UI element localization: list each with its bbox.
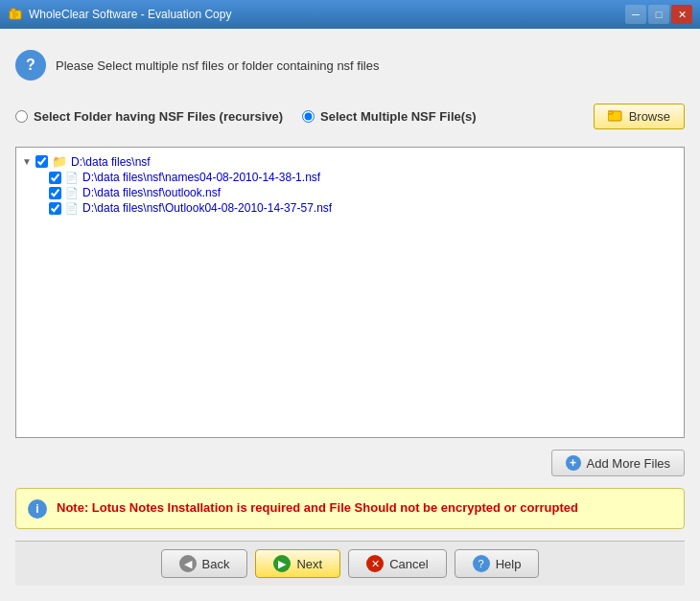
tree-child-label-1: D:\data files\nsf\names04-08-2010-14-38-… xyxy=(82,171,320,184)
file-icon-3: 📄 xyxy=(65,202,79,215)
tree-root-label: D:\data files\nsf xyxy=(71,155,151,169)
radio-row: Select Folder having NSF Files (recursiv… xyxy=(15,98,685,135)
close-button[interactable]: ✕ xyxy=(671,5,692,24)
next-button[interactable]: ▶ Next xyxy=(255,549,340,578)
bottom-bar: ◀ Back ▶ Next ✕ Cancel ? Help xyxy=(15,541,685,586)
next-icon: ▶ xyxy=(273,555,291,572)
title-bar-left: WholeClear Software - Evaluation Copy xyxy=(8,7,231,22)
file-icon-2: 📄 xyxy=(65,187,79,199)
minimize-button[interactable]: ─ xyxy=(625,5,646,24)
header-text: Please Select multiple nsf files or fold… xyxy=(56,58,379,73)
title-bar: WholeClear Software - Evaluation Copy ─ … xyxy=(0,0,700,29)
browse-icon xyxy=(608,108,623,125)
app-icon xyxy=(8,7,23,22)
radio-multiple-text: Select Multiple NSF File(s) xyxy=(320,109,477,124)
window-body: ? Please Select multiple nsf files or fo… xyxy=(0,29,700,601)
note-text: Note: Lotus Notes Installation is requir… xyxy=(57,498,578,518)
tree-root-item: ▼ 📁 D:\data files\nsf xyxy=(20,153,680,170)
add-more-files-button[interactable]: + Add More Files xyxy=(551,450,685,476)
cancel-button[interactable]: ✕ Cancel xyxy=(348,549,446,578)
tree-child-item: 📄 D:\data files\nsf\Outlook04-08-2010-14… xyxy=(20,200,680,216)
window-title: WholeClear Software - Evaluation Copy xyxy=(29,8,231,21)
back-icon: ◀ xyxy=(179,555,197,572)
tree-child-label-2: D:\data files\nsf\outlook.nsf xyxy=(82,186,221,199)
svg-rect-1 xyxy=(12,9,15,12)
radio-multiple[interactable] xyxy=(302,110,315,123)
header-question-icon: ? xyxy=(15,50,46,81)
folder-icon: 📁 xyxy=(52,154,67,169)
browse-button[interactable]: Browse xyxy=(594,104,685,129)
tree-child-label-3: D:\data files\nsf\Outlook04-08-2010-14-3… xyxy=(82,201,332,215)
add-files-row: + Add More Files xyxy=(15,450,685,476)
tree-root-checkbox[interactable] xyxy=(35,155,48,168)
tree-child-checkbox-3[interactable] xyxy=(49,202,61,215)
radio-folder[interactable] xyxy=(15,110,28,123)
svg-rect-6 xyxy=(608,111,613,114)
radio-folder-label[interactable]: Select Folder having NSF Files (recursiv… xyxy=(15,109,283,124)
add-icon: + xyxy=(566,455,581,471)
radio-folder-text: Select Folder having NSF Files (recursiv… xyxy=(34,109,283,124)
maximize-button[interactable]: □ xyxy=(648,5,669,24)
window-controls[interactable]: ─ □ ✕ xyxy=(625,5,692,24)
tree-child-item: 📄 D:\data files\nsf\names04-08-2010-14-3… xyxy=(20,170,680,185)
header: ? Please Select multiple nsf files or fo… xyxy=(15,44,685,86)
tree-child-checkbox-2[interactable] xyxy=(49,187,61,199)
tree-child-item: 📄 D:\data files\nsf\outlook.nsf xyxy=(20,185,680,200)
tree-child-checkbox-1[interactable] xyxy=(49,172,61,184)
help-icon: ? xyxy=(473,555,490,572)
file-icon-1: 📄 xyxy=(65,172,79,184)
file-tree-container[interactable]: ▼ 📁 D:\data files\nsf 📄 D:\data files\ns… xyxy=(15,147,685,438)
cancel-icon: ✕ xyxy=(366,555,384,572)
radio-multiple-label[interactable]: Select Multiple NSF File(s) xyxy=(302,109,477,124)
help-button[interactable]: ? Help xyxy=(455,549,540,578)
tree-expand-icon[interactable]: ▼ xyxy=(22,156,32,167)
note-area: i Note: Lotus Notes Installation is requ… xyxy=(15,488,685,529)
back-button[interactable]: ◀ Back xyxy=(161,549,248,578)
note-info-icon: i xyxy=(28,499,47,519)
